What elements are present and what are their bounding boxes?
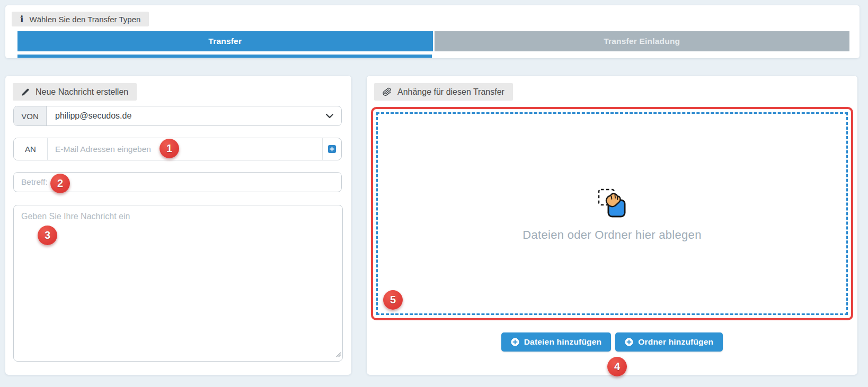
annotation-badge-2: 2	[50, 174, 70, 193]
tab-transfer-einladung[interactable]: Transfer Einladung	[435, 31, 850, 51]
resize-handle-icon[interactable]	[335, 351, 341, 357]
paperclip-icon	[382, 87, 392, 97]
plus-circle-icon	[511, 338, 519, 346]
from-label: VON	[14, 106, 47, 125]
message-textarea[interactable]	[13, 205, 343, 362]
plus-circle-icon	[625, 338, 633, 346]
active-tab-underline	[17, 55, 432, 58]
from-select[interactable]: philipp@secudos.de	[47, 106, 341, 125]
compose-header-label: Neue Nachricht erstellen	[36, 87, 128, 97]
dropzone-text: Dateien oder Ordner hier ablegen	[522, 228, 701, 242]
pencil-icon	[21, 88, 30, 96]
recipient-input[interactable]	[48, 138, 322, 160]
dropzone-buttons: Dateien hinzufügen Ordner hinzufügen	[367, 332, 857, 352]
attachments-card: Anhänge für diesen Transfer Dateien oder…	[367, 76, 857, 375]
transfer-type-card: i Wählen Sie den Transfer Typen Transfer…	[5, 5, 860, 58]
add-recipient-button[interactable]	[328, 145, 336, 153]
add-files-button[interactable]: Dateien hinzufügen	[501, 332, 612, 352]
transfer-page: i Wählen Sie den Transfer Typen Transfer…	[0, 0, 868, 387]
add-folder-button[interactable]: Ordner hinzufügen	[615, 332, 723, 352]
compose-header: Neue Nachricht erstellen	[13, 83, 137, 101]
plus-icon	[330, 147, 334, 151]
annotation-badge-1: 1	[160, 139, 179, 158]
annotation-badge-3: 3	[38, 226, 57, 245]
attachments-header: Anhänge für diesen Transfer	[374, 83, 513, 101]
annotation-badge-4: 4	[607, 357, 627, 376]
tab-transfer-einladung-label: Transfer Einladung	[604, 37, 680, 46]
info-icon: i	[20, 15, 23, 24]
attachments-header-label: Anhänge für diesen Transfer	[397, 87, 504, 97]
file-dropzone[interactable]: Dateien oder Ordner hier ablegen	[376, 112, 848, 315]
add-folder-button-label: Ordner hinzufügen	[638, 337, 713, 347]
to-label: AN	[14, 138, 48, 160]
from-row: VON philipp@secudos.de	[13, 106, 342, 126]
dropzone-highlight-border: Dateien oder Ordner hier ablegen	[371, 107, 853, 320]
tab-transfer-label: Transfer	[208, 37, 242, 46]
compose-card: Neue Nachricht erstellen VON philipp@sec…	[5, 76, 351, 375]
transfer-type-header-label: Wählen Sie den Transfer Typen	[29, 15, 140, 24]
transfer-type-header: i Wählen Sie den Transfer Typen	[12, 12, 149, 26]
drag-drop-icon	[595, 186, 629, 220]
annotation-badge-5: 5	[383, 290, 403, 310]
add-files-button-label: Dateien hinzufügen	[524, 337, 602, 347]
tab-transfer[interactable]: Transfer	[17, 31, 433, 51]
transfer-type-tabs: Transfer Transfer Einladung	[17, 31, 849, 51]
chevron-down-icon	[325, 113, 334, 119]
from-select-value: philipp@secudos.de	[55, 111, 131, 121]
to-append	[322, 138, 341, 160]
